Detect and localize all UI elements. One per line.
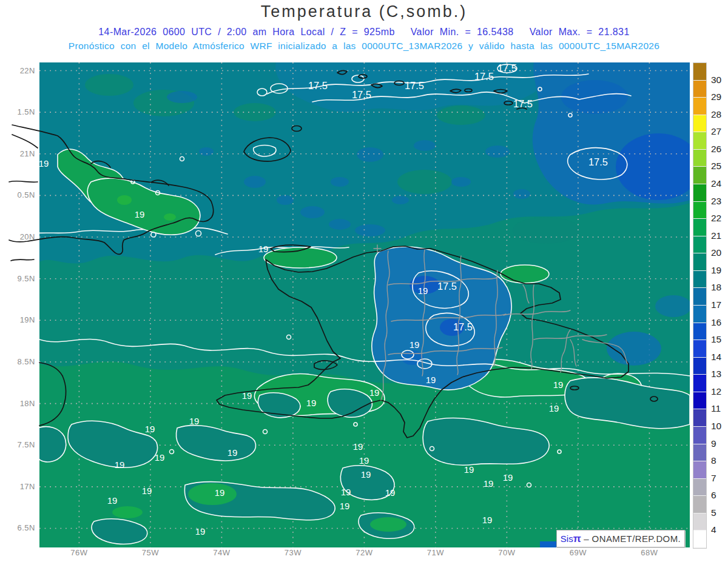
contour-label: 19 xyxy=(189,416,200,426)
x-axis-tick-label: 75W xyxy=(137,549,164,557)
colorbar-segment xyxy=(693,323,706,341)
colorbar-segment xyxy=(693,340,706,358)
y-axis-tick-label: 18N xyxy=(2,400,35,408)
contour-label: 19 xyxy=(369,387,380,398)
colorbar-segment xyxy=(693,150,706,167)
colorbar-tick-label: 23 xyxy=(711,196,721,206)
colorbar-segment xyxy=(693,427,706,444)
colorbar-segment xyxy=(693,461,706,479)
y-axis-tick-label: 21N xyxy=(2,150,35,158)
colorbar-segment xyxy=(693,479,706,497)
colorbar-tick-label: 17 xyxy=(711,300,721,310)
contour-label: 19 xyxy=(341,487,351,497)
y-axis-tick-label: 0.5N xyxy=(2,191,35,199)
colorbar-tick-label: 26 xyxy=(711,144,721,154)
contour-label: 19 xyxy=(135,209,145,219)
colorbar-tick-label: 4 xyxy=(711,525,716,535)
contour-label: 17.5 xyxy=(513,98,533,109)
contour-label: 19 xyxy=(155,452,165,463)
contour-label: 17.5 xyxy=(405,80,424,91)
colorbar-tick-label: 18 xyxy=(711,283,721,292)
colorbar-tick-label: 16 xyxy=(711,318,721,327)
colorbar-tick-label: 13 xyxy=(711,369,721,379)
contour-label: 19 xyxy=(482,515,493,525)
x-axis-tick-label: 70W xyxy=(493,549,520,557)
colorbar-tick-label: 12 xyxy=(711,387,721,396)
contour-label: 19 xyxy=(549,403,559,413)
colorbar-tick-label: 11 xyxy=(711,404,721,413)
x-axis-tick-label: 68W xyxy=(636,549,662,557)
sispi-branding-box: Sisπ – ONAMET/REP.DOM. xyxy=(556,530,685,547)
contour-label: 19 xyxy=(115,460,125,470)
contour-label: 19 xyxy=(39,158,49,169)
contour-label: 19 xyxy=(426,375,436,385)
contour-label: 17.5 xyxy=(588,156,608,167)
colorbar-segment xyxy=(693,219,706,236)
y-axis-tick-label: 6.5N xyxy=(2,524,35,532)
y-axis-tick-label: 1.5N xyxy=(2,108,35,116)
contour-label: 19 xyxy=(228,447,238,458)
colorbar-segment xyxy=(693,306,706,323)
x-axis-tick-label: 73W xyxy=(280,549,306,557)
colorbar-tick-label: 6 xyxy=(711,490,716,500)
sispi-name: Sis xyxy=(561,534,573,544)
contour-label: 19 xyxy=(410,340,420,350)
y-axis-tick-label: 9.5N xyxy=(2,275,35,283)
contour-label: 19 xyxy=(340,501,350,511)
temperature-colorbar xyxy=(693,62,707,549)
contour-label: 19 xyxy=(215,487,225,498)
weather-map-page: Temperatura (C,somb.) 14-Mar-2026 0600 U… xyxy=(0,0,728,562)
colorbar-segment xyxy=(693,184,706,202)
colorbar-tick-label: 20 xyxy=(711,248,721,258)
colorbar-tick-label: 10 xyxy=(711,421,721,431)
y-axis-tick-label: 20N xyxy=(2,233,35,241)
colorbar-segment xyxy=(693,63,706,81)
colorbar-segment xyxy=(693,375,706,392)
contour-label: 17.5 xyxy=(474,71,494,82)
colorbar-segment xyxy=(693,392,706,410)
colorbar-segment xyxy=(693,513,706,531)
x-axis-tick-label: 76W xyxy=(66,549,92,557)
colorbar-segment xyxy=(693,202,706,219)
contour-label: 19 xyxy=(553,380,564,390)
contour-label: 19 xyxy=(418,286,428,296)
colorbar-tick-label: 30 xyxy=(711,75,721,85)
contour-label: 19 xyxy=(142,486,152,496)
contour-label: 17.5 xyxy=(437,281,457,292)
colorbar-segment xyxy=(693,444,706,462)
colorbar-tick-label: 5 xyxy=(711,508,716,518)
colorbar-tick-label: 27 xyxy=(711,127,721,136)
contour-label: 19 xyxy=(385,487,396,498)
contour-label: 19 xyxy=(503,472,513,483)
contour-label: 17.5 xyxy=(352,89,371,100)
y-axis-tick-label: 22N xyxy=(2,67,35,75)
colorbar-tick-label: 22 xyxy=(711,213,721,223)
contour-label: 19 xyxy=(359,455,369,466)
contour-label: 19 xyxy=(464,464,474,475)
x-axis-tick-label: 69W xyxy=(565,549,592,557)
y-axis-tick-label: 17N xyxy=(2,483,35,491)
colorbar-segment xyxy=(693,288,706,306)
colorbar-segment xyxy=(693,115,706,133)
colorbar-tick-label: 9 xyxy=(711,439,716,449)
colorbar-segment xyxy=(693,236,706,254)
contour-label: 19 xyxy=(484,478,494,489)
colorbar-tick-label: 19 xyxy=(711,266,721,275)
colorbar-segment xyxy=(693,271,706,289)
colorbar-tick-label: 14 xyxy=(711,352,721,362)
colorbar-tick-label: 25 xyxy=(711,161,721,171)
temperature-map: 17.517.517.517.517.517.517.517.517.51919… xyxy=(0,0,728,562)
colorbar-tick-label: 21 xyxy=(711,231,721,241)
colorbar-tick-label: 15 xyxy=(711,335,721,344)
contour-label: 17.5 xyxy=(308,80,328,91)
contour-label: 17.5 xyxy=(497,62,517,73)
x-axis-tick-label: 71W xyxy=(422,549,449,557)
contour-label: 19 xyxy=(361,469,371,480)
y-axis-tick-label: 19N xyxy=(2,316,35,324)
contour-label: 19 xyxy=(195,526,206,537)
colorbar-tick-label: 8 xyxy=(711,456,716,466)
colorbar-segment xyxy=(693,98,706,115)
contour-label: 17.5 xyxy=(453,321,473,332)
colorbar-tick-label: 29 xyxy=(711,92,721,102)
contour-label: 19 xyxy=(145,424,155,434)
